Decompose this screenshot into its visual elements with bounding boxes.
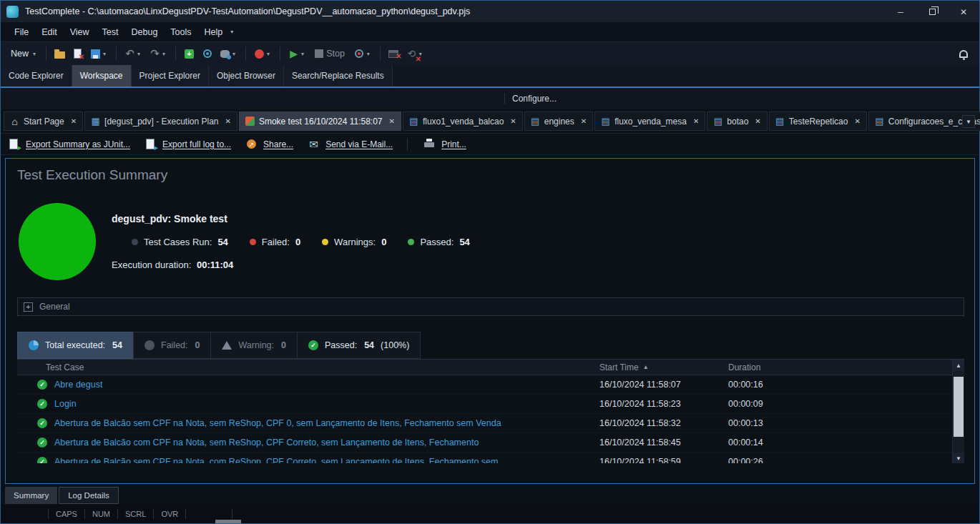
undo-dropdown-caret-icon[interactable]: ▾: [137, 51, 140, 57]
workspace-tab[interactable]: Code Explorer: [1, 65, 72, 86]
stop-button[interactable]: Stop: [310, 46, 351, 62]
document-tab[interactable]: fluxo_venda_mesa: [594, 112, 705, 131]
document-tab[interactable]: Start Page: [4, 112, 83, 131]
configure-link[interactable]: Configure...: [512, 94, 557, 104]
run-dropdown-caret-icon[interactable]: ▾: [301, 51, 304, 57]
menu-item[interactable]: Debug: [125, 24, 165, 40]
tab-close-icon[interactable]: [854, 117, 860, 125]
log-action-button[interactable]: Export full log to...: [144, 138, 231, 150]
data-dropdown-caret-icon[interactable]: ▾: [232, 51, 235, 57]
document-tab[interactable]: Smoke test 16/10/2024 11:58:07: [239, 112, 401, 131]
close-button[interactable]: [948, 1, 979, 22]
tab-close-icon[interactable]: [755, 117, 760, 125]
expand-icon[interactable]: [24, 302, 33, 312]
profile-run-button[interactable]: ▾: [351, 46, 376, 62]
close-file-button[interactable]: [69, 46, 87, 62]
record-dropdown-caret-icon[interactable]: ▾: [267, 51, 270, 57]
menu-item[interactable]: Tools: [164, 24, 197, 40]
tab-close-icon[interactable]: [225, 117, 231, 125]
column-header-start-time[interactable]: Start Time: [599, 362, 728, 372]
table-row[interactable]: Abertura de Balcão sem CPF na Nota, sem …: [17, 414, 964, 433]
tab-close-icon[interactable]: [581, 117, 587, 125]
test-case-link[interactable]: Abertura de Balcão sem CPF na Nota, com …: [54, 457, 498, 463]
scrollbar-thumb[interactable]: [954, 377, 964, 437]
new-button[interactable]: New ▾: [6, 46, 41, 61]
column-header-duration[interactable]: Duration: [728, 362, 964, 372]
result-filter-tab[interactable]: Failed: 0: [133, 332, 211, 359]
redo-dropdown-caret-icon[interactable]: ▾: [162, 51, 165, 57]
table-row[interactable]: Abertura de Balcão com CPF na Nota, sem …: [17, 433, 964, 453]
log-action-button[interactable]: Print...: [407, 138, 466, 151]
tab-overflow-dropdown-icon[interactable]: [962, 115, 975, 128]
open-file-button[interactable]: [51, 46, 69, 62]
table-row[interactable]: Abertura de Balcão sem CPF na Nota, com …: [17, 453, 964, 463]
workspace-tab[interactable]: Object Browser: [209, 65, 284, 86]
workspace-tab[interactable]: Workspace: [72, 65, 132, 86]
document-tab[interactable]: botao: [707, 112, 767, 131]
result-filter-tab[interactable]: Warning: 0: [210, 332, 298, 359]
general-section-header[interactable]: General: [17, 297, 964, 316]
record-test-button[interactable]: ▾: [250, 46, 275, 62]
log-action-icon: [144, 138, 157, 150]
test-case-cell: Abertura de Balcão com CPF na Nota, sem …: [17, 438, 599, 448]
document-tab[interactable]: [degust_pdv] - Execution Plan: [84, 112, 237, 131]
workspace-tab[interactable]: Project Explorer: [132, 65, 209, 86]
menu-item[interactable]: Test: [96, 24, 125, 40]
save-all-button[interactable]: ▾: [87, 46, 112, 62]
minimize-button[interactable]: [885, 1, 916, 22]
test-case-link[interactable]: Abertura de Balcão sem CPF na Nota, sem …: [54, 418, 501, 428]
filter-tab-icon: [308, 340, 318, 350]
object-spy-button[interactable]: [198, 46, 216, 62]
column-header-test-case[interactable]: Test Case: [17, 362, 599, 372]
restore-button[interactable]: [916, 1, 948, 22]
clear-loop-button[interactable]: ⟲▾: [403, 46, 428, 62]
scroll-up-icon[interactable]: [953, 360, 964, 371]
scrollbar-track[interactable]: [953, 371, 964, 453]
filter-tab-label: Failed:: [161, 340, 188, 350]
result-filter-tab[interactable]: Passed: 54 (100%): [297, 332, 421, 359]
log-action-button[interactable]: Send via E-Mail...: [308, 138, 393, 150]
document-tab[interactable]: TesteRepeticao: [769, 112, 867, 131]
document-tab-label: fluxo1_venda_balcao: [423, 117, 504, 127]
add-item-button[interactable]: +: [180, 46, 198, 62]
horizontal-scrollbar-thumb[interactable]: [215, 520, 241, 523]
pause-window-button[interactable]: [385, 46, 403, 62]
tab-log-details[interactable]: Log Details: [59, 487, 119, 504]
save-dropdown-caret-icon[interactable]: ▾: [103, 51, 106, 57]
workspace-tab[interactable]: Search/Replace Results: [284, 65, 393, 86]
new-dropdown-caret-icon[interactable]: ▾: [33, 51, 36, 57]
tab-close-icon[interactable]: [510, 117, 516, 125]
test-case-link[interactable]: Abertura de Balcão com CPF na Nota, sem …: [54, 438, 479, 448]
menu-overflow-caret-icon[interactable]: ▾: [230, 29, 233, 35]
table-row[interactable]: Login 16/10/2024 11:58:23 00:00:09: [17, 395, 964, 414]
redo-icon: ↷: [149, 48, 161, 60]
stat-label: Warnings:: [334, 237, 376, 247]
run-test-button[interactable]: ▶▾: [285, 46, 310, 62]
tab-summary[interactable]: Summary: [5, 487, 57, 504]
passed-check-icon: [37, 380, 47, 390]
result-filter-tab[interactable]: Total executed: 54: [17, 332, 134, 359]
menu-item[interactable]: Help: [198, 24, 230, 40]
table-row[interactable]: Abre degust 16/10/2024 11:58:07 00:00:16: [17, 375, 964, 395]
log-action-button[interactable]: Share...: [245, 138, 293, 150]
document-tab[interactable]: fluxo1_venda_balcao: [403, 112, 523, 131]
data-store-button[interactable]: ▾: [216, 46, 241, 62]
scroll-down-icon[interactable]: [953, 453, 964, 463]
tab-close-icon[interactable]: [71, 117, 77, 125]
menu-item[interactable]: Edit: [35, 24, 64, 40]
document-tab[interactable]: engines: [524, 112, 593, 131]
test-case-link[interactable]: Login: [54, 399, 77, 409]
vertical-scrollbar[interactable]: [952, 360, 964, 463]
menu-item[interactable]: File: [8, 24, 35, 40]
execution-duration: Execution duration: 00:11:04: [112, 259, 470, 270]
tab-close-icon[interactable]: [389, 117, 395, 125]
notifications-button[interactable]: [954, 46, 972, 62]
log-action-button[interactable]: Export Summary as JUnit...: [8, 138, 130, 150]
undo-button[interactable]: ↶▾: [121, 46, 146, 62]
menu-item[interactable]: View: [64, 24, 96, 40]
test-case-link[interactable]: Abre degust: [54, 380, 102, 390]
profile-dropdown-caret-icon[interactable]: ▾: [367, 51, 370, 57]
tab-close-icon[interactable]: [693, 117, 699, 125]
redo-button[interactable]: ↷▾: [146, 46, 171, 62]
minimize-icon: [898, 5, 903, 18]
